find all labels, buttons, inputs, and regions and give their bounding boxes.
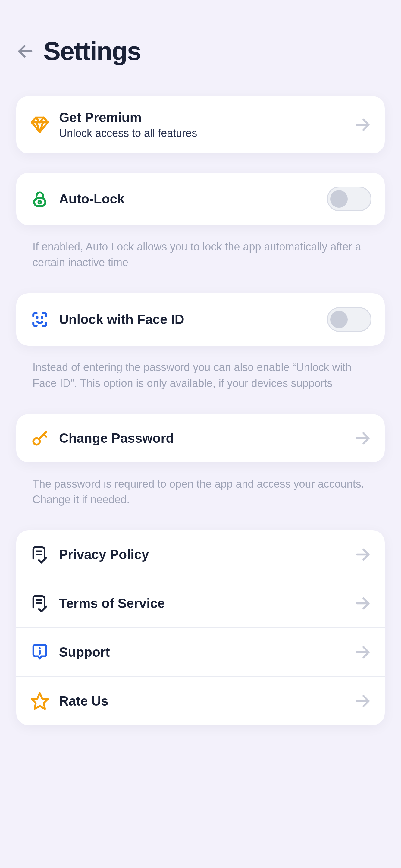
toggle-knob [330,311,348,328]
chevron-right-icon [354,430,371,447]
rate-us-label: Rate Us [59,693,345,709]
get-premium-card: Get Premium Unlock access to all feature… [16,96,385,153]
privacy-policy-row[interactable]: Privacy Policy [16,530,385,579]
star-icon [30,691,50,711]
auto-lock-title: Auto-Lock [59,191,318,207]
face-id-row[interactable]: Unlock with Face ID [16,293,385,346]
support-row[interactable]: Support [16,627,385,676]
change-password-card: Change Password [16,414,385,462]
chat-info-icon [30,642,50,662]
privacy-policy-label: Privacy Policy [59,547,345,562]
support-label: Support [59,645,345,660]
auto-lock-toggle[interactable] [327,187,371,211]
back-button[interactable] [16,42,34,60]
chevron-right-icon [354,644,371,661]
chevron-right-icon [354,546,371,563]
chevron-right-icon [354,116,371,133]
rate-us-row[interactable]: Rate Us [16,676,385,725]
document-check-icon [30,593,50,614]
chevron-right-icon [354,595,371,612]
change-password-row[interactable]: Change Password [16,414,385,462]
face-id-card: Unlock with Face ID [16,293,385,346]
lock-icon [30,189,50,209]
get-premium-row[interactable]: Get Premium Unlock access to all feature… [16,96,385,153]
premium-title: Get Premium [59,110,345,125]
document-check-icon [30,544,50,565]
page-title: Settings [43,36,141,66]
face-id-icon [30,309,50,330]
auto-lock-help: If enabled, Auto Lock allows you to lock… [16,234,385,281]
settings-screen: Settings Get Premium Unlock access to al… [0,0,401,868]
face-id-title: Unlock with Face ID [59,312,318,327]
face-id-toggle[interactable] [327,307,371,332]
svg-marker-18 [32,693,47,709]
key-icon [30,428,50,448]
change-password-help: The password is required to open the app… [16,471,385,518]
header: Settings [16,36,385,66]
links-card: Privacy Policy Terms of Se [16,530,385,725]
diamond-icon [30,115,50,135]
arrow-left-icon [16,41,34,61]
auto-lock-row[interactable]: Auto-Lock [16,173,385,225]
terms-of-service-row[interactable]: Terms of Service [16,579,385,627]
face-id-help: Instead of entering the password you can… [16,354,385,402]
toggle-knob [330,190,348,208]
terms-of-service-label: Terms of Service [59,596,345,611]
change-password-title: Change Password [59,431,345,446]
premium-labels: Get Premium Unlock access to all feature… [59,110,345,140]
chevron-right-icon [354,692,371,710]
premium-subtitle: Unlock access to all features [59,127,345,140]
svg-point-4 [39,201,41,204]
svg-rect-3 [34,198,45,206]
auto-lock-card: Auto-Lock [16,173,385,225]
